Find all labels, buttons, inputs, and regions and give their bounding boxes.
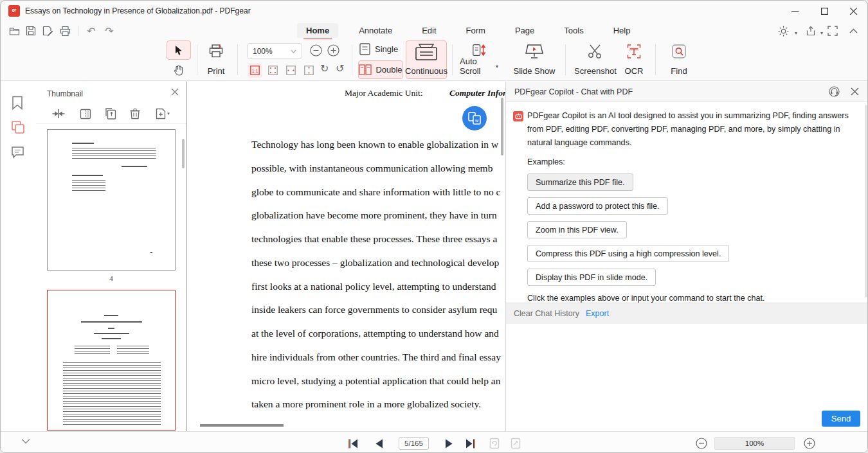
page-indicator-value: 5/165 — [404, 440, 423, 447]
print-button[interactable]: Print — [201, 41, 231, 78]
redo-icon[interactable]: ↷ — [102, 24, 116, 38]
previous-view-button[interactable] — [487, 436, 502, 450]
fit-width-button[interactable] — [284, 63, 298, 78]
clear-chat-history-button[interactable]: Clear Chat History — [514, 309, 579, 318]
collapse-ribbon-icon[interactable] — [846, 24, 860, 38]
document-vertical-scrollbar[interactable] — [501, 98, 503, 155]
thumbnail-page-5[interactable] — [47, 290, 176, 431]
ocr-button[interactable]: OCR — [619, 41, 649, 78]
collapse-sidebar-icon[interactable] — [19, 434, 33, 448]
single-page-icon — [359, 43, 370, 55]
select-tool-button[interactable] — [167, 40, 191, 60]
menu-page[interactable]: Page — [506, 23, 543, 38]
insert-pages-icon[interactable] — [51, 107, 66, 121]
thumbnail-scrollbar[interactable] — [182, 139, 185, 168]
title-bar: ᵍʳ Essays on Technology in Presence of G… — [1, 1, 867, 21]
previous-page-button[interactable] — [372, 436, 386, 450]
menu-tools[interactable]: Tools — [555, 23, 592, 38]
zoom-out-button[interactable] — [310, 44, 322, 57]
example-summarize-button[interactable]: Summarize this PDF file. — [527, 173, 633, 191]
auto-scroll-caret-icon: ▾ — [496, 64, 498, 69]
zoom-level-select[interactable]: 100% — [247, 43, 302, 59]
find-button[interactable]: Find — [663, 41, 695, 78]
document-horizontal-scrollbar[interactable] — [200, 424, 284, 427]
thumbnails-panel-icon[interactable] — [11, 120, 26, 136]
actual-size-button[interactable]: 1:1 — [248, 63, 262, 78]
copilot-support-icon[interactable] — [829, 86, 840, 97]
double-view-button[interactable]: Double — [358, 60, 403, 79]
comments-panel-icon[interactable] — [11, 146, 26, 161]
hand-tool-button[interactable] — [167, 61, 191, 79]
next-view-button[interactable] — [509, 436, 523, 450]
send-button[interactable]: Send — [822, 411, 860, 427]
copilot-scrollbar[interactable] — [865, 105, 867, 298]
fit-page-button[interactable] — [266, 63, 280, 78]
save-icon[interactable] — [24, 24, 38, 38]
thumbnail-sketch — [122, 166, 147, 167]
statusbar-zoom-in-button[interactable] — [802, 436, 817, 450]
screenshot-button[interactable]: Screenshot — [570, 41, 620, 78]
theme-icon[interactable] — [776, 24, 790, 38]
window-title: Essays on Technology in Presence of Glob… — [25, 6, 251, 15]
close-button[interactable] — [840, 1, 866, 21]
doc-line: hire individuals from other countries. T… — [251, 346, 505, 369]
statusbar-zoom-slider[interactable]: 100% — [714, 437, 795, 450]
first-page-button[interactable] — [346, 436, 360, 450]
thumbnail-sketch — [63, 362, 161, 427]
thumbnail-panel-close-icon[interactable] — [171, 88, 179, 96]
delete-page-icon[interactable] — [128, 107, 142, 121]
menu-home[interactable]: Home — [297, 23, 338, 38]
zoom-in-button[interactable] — [327, 44, 339, 57]
save-as-icon[interactable] — [41, 24, 55, 38]
slide-show-button[interactable]: Slide Show — [509, 41, 560, 78]
last-page-button[interactable] — [464, 436, 478, 450]
toolbar-divider — [565, 44, 566, 75]
document-view[interactable]: Major Academic Unit: Computer Infor w Te… — [187, 82, 505, 431]
example-slide-mode-button[interactable]: Display this PDF in slide mode. — [527, 269, 656, 286]
auto-scroll-button[interactable]: Auto Scroll▾ — [456, 41, 502, 78]
split-pages-icon[interactable] — [78, 107, 93, 121]
export-link[interactable]: Export — [586, 309, 609, 318]
slide-show-icon — [525, 44, 543, 59]
minimize-button[interactable] — [782, 1, 808, 21]
add-page-icon[interactable]: ▾ — [153, 107, 172, 121]
document-text: Technology has long been known to enable… — [251, 133, 505, 416]
screenshot-scissors-icon — [587, 44, 604, 59]
menu-annotate[interactable]: Annotate — [350, 23, 401, 38]
single-view-button[interactable]: Single — [359, 43, 398, 55]
fullscreen-icon[interactable] — [826, 24, 840, 38]
thumbnail-page-number: 4 — [47, 274, 176, 282]
example-password-button[interactable]: Add a password to protect this file. — [527, 197, 668, 215]
thumbnail-item-page5[interactable] — [47, 290, 176, 431]
doc-line: Technology has long been known to enable… — [251, 133, 505, 157]
quickbar-divider — [78, 26, 78, 36]
next-page-button[interactable] — [442, 436, 456, 450]
rotate-right-icon[interactable]: ↻ — [320, 62, 329, 75]
copilot-close-icon[interactable] — [851, 87, 859, 96]
undo-icon[interactable]: ↶ — [84, 24, 98, 38]
copilot-title: PDFgear Copilot - Chat with PDF — [514, 87, 633, 96]
thumbnail-sketch — [72, 180, 105, 191]
continuous-view-button[interactable]: Continuous — [406, 40, 447, 79]
bookmarks-panel-icon[interactable] — [11, 96, 26, 111]
menu-form[interactable]: Form — [457, 23, 494, 38]
open-file-icon[interactable] — [7, 24, 21, 38]
doc-line: taken a more prominent role in a more gl… — [251, 393, 505, 416]
doc-line: globalization have become more prominent… — [251, 204, 505, 227]
maximize-button[interactable] — [811, 1, 837, 21]
thumbnail-item-page4[interactable]: 4 — [47, 129, 176, 282]
statusbar-zoom-out-button[interactable] — [694, 436, 709, 450]
thumbnail-page-4[interactable] — [47, 129, 176, 271]
page-indicator-input[interactable]: 5/165 — [399, 437, 429, 450]
example-zoom-button[interactable]: Zoom in this PDF view. — [527, 221, 627, 238]
quick-print-icon[interactable] — [58, 24, 72, 38]
fit-height-button[interactable] — [302, 63, 316, 78]
svg-text:1:1: 1:1 — [252, 69, 258, 73]
extract-pages-icon[interactable] — [104, 107, 118, 121]
convert-to-word-badge[interactable]: w — [462, 106, 487, 130]
menu-help[interactable]: Help — [604, 23, 640, 38]
theme-caret-icon[interactable]: ▾ — [789, 26, 803, 40]
rotate-left-icon[interactable]: ↺ — [336, 62, 344, 75]
menu-edit[interactable]: Edit — [413, 23, 445, 38]
example-compress-button[interactable]: Compress this PDF using a high compressi… — [527, 245, 729, 262]
